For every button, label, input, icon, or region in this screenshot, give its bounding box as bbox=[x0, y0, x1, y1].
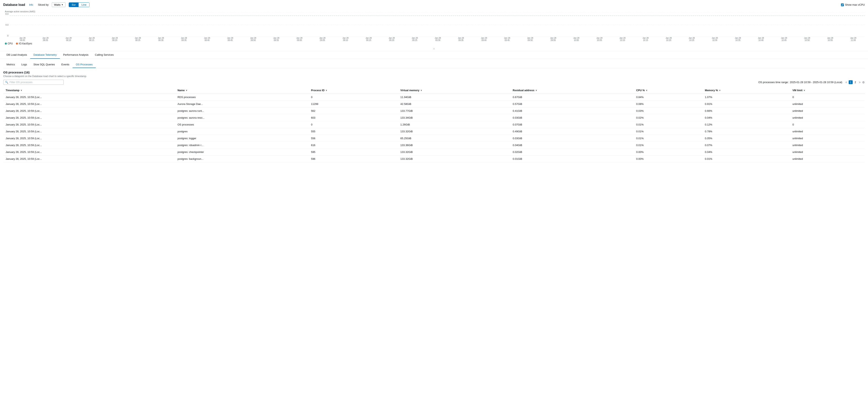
cell-name: postgres: checkpointer bbox=[175, 149, 308, 156]
cell-name: postgres: aurora reso... bbox=[175, 114, 308, 121]
cell-name: postgres: backgroun... bbox=[175, 156, 308, 162]
main-tab-3[interactable]: Calling Services bbox=[92, 51, 117, 59]
col-header-4[interactable]: Residual address▼ bbox=[510, 87, 634, 93]
sub-tab-4[interactable]: OS Processes bbox=[72, 61, 96, 68]
sliced-by-dropdown[interactable]: Waits ▼ bbox=[52, 2, 65, 7]
table-settings-icon[interactable]: ⚙ bbox=[862, 81, 865, 84]
time-range-display: OS processes time range: 2025-01-28 10:5… bbox=[758, 81, 842, 84]
chart-svg bbox=[10, 13, 865, 37]
info-link[interactable]: Info bbox=[29, 3, 33, 6]
bar-toggle[interactable]: Bar bbox=[69, 3, 79, 7]
legend-dot-0 bbox=[5, 43, 7, 45]
table-row[interactable]: January 28, 2025, 10:59 (Loc...postgres:… bbox=[3, 108, 865, 114]
x-label-21: Jan 2809:45 bbox=[495, 37, 519, 41]
cell-process-id: 603 bbox=[308, 114, 398, 121]
sort-icon-7: ▼ bbox=[803, 89, 806, 92]
col-header-6[interactable]: Memory %▼ bbox=[702, 87, 790, 93]
next-page-button[interactable]: > bbox=[858, 81, 861, 84]
cell-cpu-pct: 0.08% bbox=[634, 101, 702, 108]
search-icon: 🔍 bbox=[5, 81, 8, 84]
cell-process-id: 556 bbox=[308, 135, 398, 142]
col-header-3[interactable]: Virtual memory▼ bbox=[398, 87, 510, 93]
cell-name: RDS processes bbox=[175, 93, 308, 101]
cell-process-id: 595 bbox=[308, 149, 398, 156]
cell-residual-address: 0.57GiB bbox=[510, 101, 634, 108]
x-label-11: Jan 2808:55 bbox=[265, 37, 288, 41]
col-header-1[interactable]: Name▼ bbox=[175, 87, 308, 93]
sort-icon-0: ▼ bbox=[20, 89, 22, 92]
prev-page-button[interactable]: < bbox=[845, 81, 848, 84]
sub-tab-1[interactable]: Logs bbox=[18, 61, 30, 68]
main-tab-1[interactable]: Database Telemetry bbox=[30, 51, 60, 59]
sliced-by-label: Sliced by bbox=[38, 3, 49, 6]
col-header-0[interactable]: Timestamp▼ bbox=[3, 87, 175, 93]
table-row[interactable]: January 28, 2025, 10:59 (Loc...postgres:… bbox=[3, 156, 865, 162]
os-toolbar: 🔍 OS processes time range: 2025-01-28 10… bbox=[3, 80, 865, 85]
legend-item-1: IO:XactSync bbox=[16, 42, 32, 45]
show-max-label: Show max vCPU bbox=[845, 3, 865, 6]
y-tick-8: 8.0 bbox=[3, 13, 8, 15]
caret-icon: ▼ bbox=[61, 4, 63, 6]
cell-memory-pct: 0.05% bbox=[702, 135, 790, 142]
table-row[interactable]: January 28, 2025, 10:59 (Loc...postgres:… bbox=[3, 135, 865, 142]
cell-timestamp: January 28, 2025, 10:59 (Loc... bbox=[3, 156, 175, 162]
chart-title: Database load bbox=[3, 3, 25, 7]
cell-virtual-memory: 133.36GiB bbox=[398, 142, 510, 149]
table-row[interactable]: January 28, 2025, 10:59 (Loc...postgres:… bbox=[3, 149, 865, 156]
main-tab-2[interactable]: Performance Analysis bbox=[60, 51, 92, 59]
col-header-5[interactable]: CPU %▼ bbox=[634, 87, 702, 93]
line-toggle[interactable]: Line bbox=[79, 3, 89, 7]
os-processes-count: (16) bbox=[24, 71, 30, 74]
x-label-33: Jan 2810:45 bbox=[773, 37, 796, 41]
page-1-button[interactable]: 1 bbox=[849, 80, 852, 84]
table-row[interactable]: January 28, 2025, 10:59 (Loc...Aurora St… bbox=[3, 101, 865, 108]
cell-cpu-pct: 0.00% bbox=[634, 149, 702, 156]
sort-icon-2: ▼ bbox=[326, 89, 328, 92]
x-label-27: Jan 2810:15 bbox=[634, 37, 657, 41]
sub-tab-2[interactable]: Slow SQL Queries bbox=[30, 61, 58, 68]
cell-memory-pct: 1.07% bbox=[702, 93, 790, 101]
os-processes-table: Timestamp▼Name▼Process ID▼Virtual memory… bbox=[3, 87, 865, 162]
search-box[interactable]: 🔍 bbox=[3, 80, 64, 85]
cell-vm-limit: unlimited bbox=[790, 149, 865, 156]
x-label-5: Jan 2808:25 bbox=[126, 37, 150, 41]
x-label-15: Jan 2809:15 bbox=[357, 37, 380, 41]
table-row[interactable]: January 28, 2025, 10:59 (Loc...postgres5… bbox=[3, 128, 865, 135]
col-header-7[interactable]: VM limit▼ bbox=[790, 87, 865, 93]
y-axis-label: Average active sessions (AAS) bbox=[3, 10, 865, 13]
sub-tab-3[interactable]: Events bbox=[58, 61, 73, 68]
sub-tabs: MetricsLogsSlow SQL QueriesEventsOS Proc… bbox=[3, 61, 865, 68]
x-label-30: Jan 2810:30 bbox=[703, 37, 726, 41]
sort-icon-4: ▼ bbox=[535, 89, 537, 92]
cell-residual-address: 0.07GiB bbox=[510, 121, 634, 128]
cell-vm-limit: unlimited bbox=[790, 142, 865, 149]
x-label-3: Jan 2808:15 bbox=[80, 37, 103, 41]
x-label-23: Jan 2809:55 bbox=[542, 37, 565, 41]
sub-tab-0[interactable]: Metrics bbox=[3, 61, 18, 68]
cell-cpu-pct: 0.84% bbox=[634, 93, 702, 101]
table-row[interactable]: January 28, 2025, 10:59 (Loc...postgres:… bbox=[3, 142, 865, 149]
cell-process-id: 562 bbox=[308, 108, 398, 114]
x-label-28: Jan 2810:20 bbox=[657, 37, 680, 41]
x-label-25: Jan 2810:05 bbox=[588, 37, 611, 41]
cell-memory-pct: 0.66% bbox=[702, 108, 790, 114]
page-2-button[interactable]: 2 bbox=[854, 80, 857, 84]
main-tab-0[interactable]: DB Load Analysis bbox=[3, 51, 30, 59]
drag-handle[interactable]: = bbox=[3, 47, 865, 51]
table-row[interactable]: January 28, 2025, 10:59 (Loc...OS proces… bbox=[3, 121, 865, 128]
x-label-36: Jan 2811:00 bbox=[842, 37, 865, 41]
col-header-2[interactable]: Process ID▼ bbox=[308, 87, 398, 93]
search-input[interactable] bbox=[9, 81, 62, 84]
cell-memory-pct: 0.12% bbox=[702, 121, 790, 128]
legend-dot-1 bbox=[16, 43, 18, 45]
show-max-checkbox[interactable] bbox=[841, 3, 844, 6]
os-processes-subtitle: Choose a datapoint on the Database load … bbox=[3, 75, 865, 78]
cell-memory-pct: 0.01% bbox=[702, 156, 790, 162]
table-row[interactable]: January 28, 2025, 10:59 (Loc...postgres:… bbox=[3, 114, 865, 121]
cell-process-id: 555 bbox=[308, 128, 398, 135]
cell-memory-pct: 0.78% bbox=[702, 128, 790, 135]
x-label-8: Jan 2808:40 bbox=[195, 37, 219, 41]
chart-section: Database load Info Sliced by Waits ▼ Bar… bbox=[0, 0, 868, 51]
os-processes-section: OS processes (16) Choose a datapoint on … bbox=[0, 68, 868, 165]
table-row[interactable]: January 28, 2025, 10:59 (Loc...RDS proce… bbox=[3, 93, 865, 101]
